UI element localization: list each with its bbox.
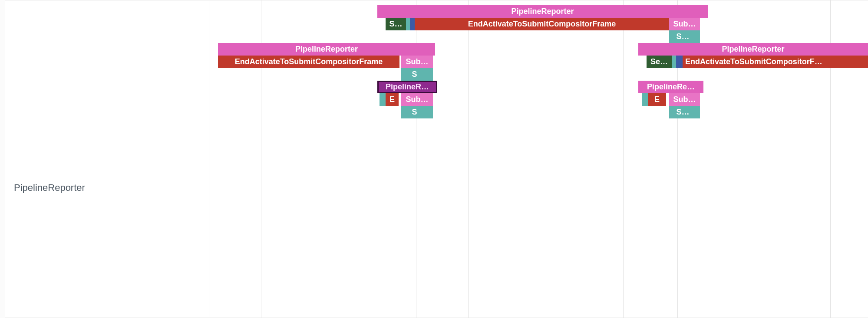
trace-slice[interactable]: EndActivateToSubmitCompositorF… [683, 56, 868, 68]
trace-slice[interactable]: PipelineReporter [638, 43, 868, 56]
trace-slice[interactable] [401, 68, 407, 81]
trace-slice[interactable] [690, 30, 700, 43]
trace-slice[interactable]: PipelineRe… [638, 81, 703, 93]
gridline [468, 0, 469, 318]
trace-slice[interactable] [410, 18, 415, 30]
trace-slice[interactable]: EndActivateToSubmitCompositorFrame [415, 18, 669, 30]
rowline [5, 0, 868, 0]
trace-slice[interactable] [380, 93, 386, 106]
trace-slice[interactable] [422, 68, 433, 81]
trace-slice[interactable]: Sub… [401, 93, 433, 106]
trace-slice[interactable] [690, 106, 700, 118]
trace-slice[interactable]: Sub… [669, 93, 700, 106]
trace-slice[interactable]: PipelineReporter [218, 43, 435, 56]
trace-slice[interactable] [669, 106, 675, 118]
timeline-area[interactable]: PipelineReporterS…EndActivateToSubmitCom… [5, 0, 868, 318]
trace-slice[interactable]: E [386, 93, 399, 106]
trace-slice[interactable]: E [648, 93, 666, 106]
trace-slice[interactable]: Se… [647, 56, 672, 68]
gridline [623, 0, 624, 318]
trace-slice[interactable]: S [407, 106, 422, 118]
trace-slice[interactable] [642, 93, 648, 106]
trace-slice[interactable]: S… [386, 18, 406, 30]
trace-slice[interactable] [401, 106, 407, 118]
trace-slice[interactable]: S… [675, 106, 690, 118]
gridline [54, 0, 54, 318]
trace-slice[interactable] [406, 18, 410, 30]
track-label-panel [0, 0, 5, 318]
gridline [209, 0, 209, 318]
trace-slice[interactable] [669, 30, 675, 43]
track-name-label: PipelineReporter [14, 182, 85, 193]
trace-slice[interactable]: S [407, 68, 422, 81]
trace-slice[interactable]: Sub… [669, 18, 700, 30]
trace-slice[interactable] [676, 56, 683, 68]
trace-slice[interactable]: S… [675, 30, 690, 43]
trace-slice[interactable]: Sub… [401, 56, 433, 68]
trace-slice[interactable] [672, 56, 676, 68]
trace-slice[interactable]: EndActivateToSubmitCompositorFrame [218, 56, 399, 68]
trace-slice[interactable]: PipelineReporter [377, 5, 708, 18]
trace-slice[interactable]: PipelineR… [377, 81, 437, 93]
trace-slice[interactable] [422, 106, 433, 118]
